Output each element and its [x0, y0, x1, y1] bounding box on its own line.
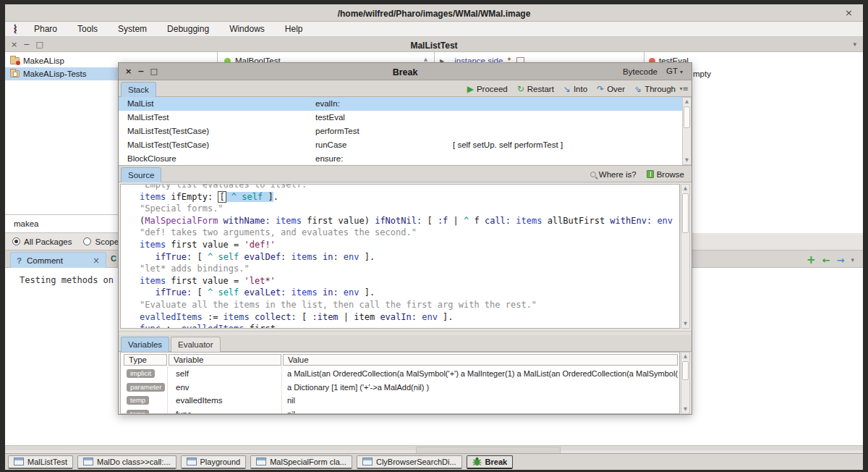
tab-evaluator[interactable]: Evaluator	[171, 337, 221, 352]
column-header-type[interactable]: Type	[124, 354, 167, 366]
scroll-up-icon[interactable]: ▲	[683, 98, 691, 106]
menu-item-help[interactable]: Help	[275, 22, 313, 36]
column-header-variable[interactable]: Variable	[169, 354, 281, 366]
proceed-icon: ▶	[467, 85, 474, 93]
restart-icon: ↻	[517, 85, 524, 93]
browser-menu-icon[interactable]: ▾	[853, 37, 856, 52]
debugger-maximize-icon[interactable]: □	[150, 67, 157, 76]
source-tab-bar: Source Where is? Browse	[119, 166, 692, 182]
tab-variables[interactable]: Variables	[121, 337, 169, 352]
scroll-up-icon[interactable]: ▲	[681, 353, 689, 361]
menu-item-system[interactable]: System	[108, 22, 157, 36]
through-icon: ⇘	[634, 85, 642, 93]
folder-icon	[10, 70, 20, 77]
variables-pane: Type Variable Value implicitselfa MalLis…	[119, 352, 692, 416]
scroll-down-icon[interactable]: ▼	[683, 156, 691, 164]
taskbar-label: MalDo class>>call:...	[97, 458, 170, 466]
browser-minimize-icon[interactable]: −	[23, 40, 31, 49]
variable-row[interactable]: implicitselfa MalList(an OrderedCollecti…	[121, 367, 679, 381]
package-label: MakeALisp-Tests	[23, 69, 87, 78]
variable-name: env	[176, 381, 190, 395]
tab-close-icon[interactable]: ×	[93, 256, 100, 266]
stack-scrollbar[interactable]: ▲▼	[682, 97, 692, 165]
stack-frame-row[interactable]: MalListTest(TestCase)runCase[ self setUp…	[119, 138, 692, 152]
frame-extra: [ self setUp. self performTest ]	[453, 138, 563, 152]
variable-kind-badge: temp	[127, 410, 149, 414]
action-over-button[interactable]: ↷Over	[597, 85, 625, 93]
variable-kind-badge: temp	[127, 396, 149, 405]
taskbar-label: MalListTest	[27, 458, 67, 466]
window-icon	[14, 458, 24, 465]
os-close-button[interactable]: ×	[845, 4, 853, 22]
source-pane: "Empty list evaluates to itself."items i…	[119, 183, 692, 331]
action-proceed-button[interactable]: ▶Proceed	[467, 85, 508, 93]
action-restart-button[interactable]: ↻Restart	[517, 85, 554, 93]
debugger-titlebar[interactable]: ×−□ Break Bytecode GT ▾	[119, 63, 692, 80]
browser-maximize-icon[interactable]: □	[35, 40, 44, 49]
code-lines: "Empty list evaluates to itself."items i…	[121, 184, 679, 329]
scroll-up-icon[interactable]: ▲	[681, 185, 689, 193]
where-is-button[interactable]: Where is?	[590, 170, 637, 179]
method-item-partial[interactable]: mpty	[693, 67, 711, 80]
scroll-down-icon[interactable]: ▼	[681, 405, 689, 413]
browser-titlebar[interactable]: ×−□ MalListTest ▾	[5, 37, 863, 52]
bytecode-button[interactable]: Bytecode	[623, 64, 658, 80]
stack-menu-button[interactable]: ▾ ≡	[680, 80, 689, 97]
os-titlebar[interactable]: /home/wilfred/Pharo/images/WMal/WMal.ima…	[5, 4, 863, 22]
debugger-minimize-icon[interactable]: −	[137, 67, 144, 76]
chevron-down-icon[interactable]: ▾	[851, 257, 854, 264]
scroll-thumb[interactable]	[684, 106, 690, 128]
window-icon	[362, 458, 373, 465]
scroll-down-icon[interactable]: ▼	[681, 320, 689, 328]
classes-scroll-up-icon[interactable]: ▲	[424, 56, 427, 62]
action-into-button[interactable]: ↘Into	[563, 85, 587, 93]
stack-frame-row[interactable]: MalListTest(TestCase)performTest	[119, 125, 692, 138]
taskbar-label: Break	[485, 458, 508, 466]
variable-row[interactable]: tempfuncnil	[121, 408, 679, 414]
debugger-close-icon[interactable]: ×	[125, 67, 132, 76]
variable-row[interactable]: tempevalledItemsnil	[121, 394, 679, 408]
variables-scrollbar[interactable]: ▲▼	[681, 352, 690, 414]
back-arrow-icon[interactable]: ←	[822, 256, 830, 265]
debugger-window-controls: ×−□	[125, 63, 163, 80]
frame-receiver: MalList	[127, 97, 153, 111]
add-icon[interactable]: +	[807, 255, 816, 266]
source-scrollbar[interactable]: ▲▼	[681, 184, 690, 329]
window-icon	[83, 458, 93, 465]
variable-row[interactable]: parameterenva Dictionary [1 item] ('+'->…	[121, 381, 679, 395]
tab-class-stub[interactable]: C	[111, 254, 116, 263]
taskbar-playground[interactable]: Playground	[181, 455, 247, 469]
menu-item-pharo[interactable]: Pharo	[24, 22, 67, 36]
source-editor[interactable]: "Empty list evaluates to itself."items i…	[120, 184, 680, 329]
bug-icon	[472, 457, 482, 466]
gt-dropdown[interactable]: GT ▾	[666, 63, 683, 80]
tab-source[interactable]: Source	[121, 167, 161, 182]
taskbar-maldo-class-call-[interactable]: MalDo class>>call:...	[77, 455, 176, 469]
tab-stack[interactable]: Stack	[121, 82, 156, 97]
variable-name: func	[176, 408, 192, 414]
scroll-thumb[interactable]	[682, 361, 689, 380]
menu-item-debugging[interactable]: Debugging	[157, 22, 219, 36]
menu-item-tools[interactable]: Tools	[67, 22, 108, 36]
menu-item-windows[interactable]: Windows	[219, 22, 275, 36]
scroll-thumb[interactable]	[682, 193, 689, 233]
browser-window-controls: ×−□	[11, 37, 49, 52]
forward-arrow-icon[interactable]: →	[837, 256, 845, 265]
taskbar-malspecialform-cla-[interactable]: MalSpecialForm cla...	[250, 455, 352, 469]
stack-frame-row[interactable]: BlockClosureensure:	[119, 152, 692, 166]
debugger-title-actions: Bytecode GT ▾	[623, 63, 683, 80]
column-header-value[interactable]: Value	[283, 354, 678, 366]
pane-toolbar: + ← → ▾	[807, 252, 854, 269]
tab-comment[interactable]: ? Comment ×	[10, 252, 106, 269]
taskbar-clybrowsersearchdi-[interactable]: ClyBrowserSearchDi...	[357, 455, 462, 469]
taskbar-mallisttest[interactable]: MalListTest	[8, 455, 73, 469]
source-toolbar: Where is? Browse	[590, 166, 684, 182]
stack-frame-row[interactable]: MalListevalIn:	[119, 97, 692, 111]
browse-button[interactable]: Browse	[647, 170, 684, 179]
stack-frame-row[interactable]: MalListTesttestEval	[119, 111, 692, 125]
taskbar-break[interactable]: Break	[467, 455, 514, 469]
browser-close-icon[interactable]: ×	[11, 40, 19, 49]
action-through-button[interactable]: ⇘Through	[634, 85, 676, 93]
variable-value: a MalList(an OrderedCollection(a MalSymb…	[287, 367, 678, 381]
radio-all-packages[interactable]: All Packages	[12, 237, 72, 246]
